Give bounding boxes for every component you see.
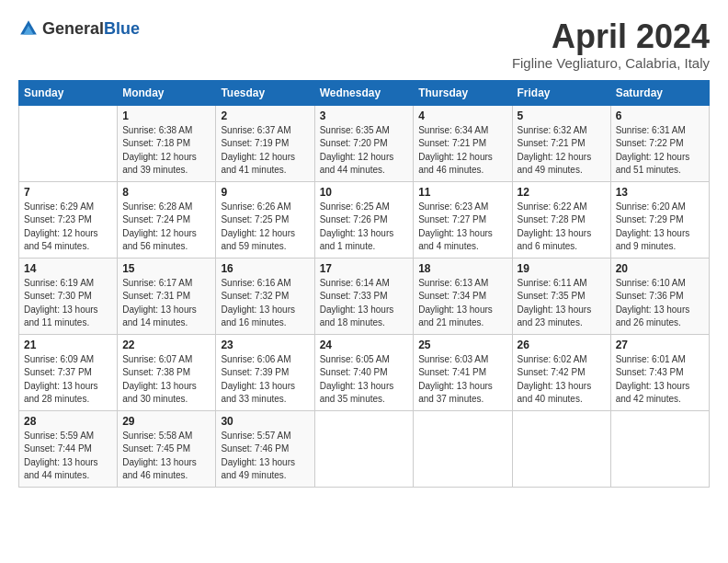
day-cell: 18Sunrise: 6:13 AMSunset: 7:34 PMDayligh… [414, 258, 512, 334]
day-cell: 14Sunrise: 6:19 AMSunset: 7:30 PMDayligh… [19, 258, 118, 334]
week-row-4: 21Sunrise: 6:09 AMSunset: 7:37 PMDayligh… [19, 334, 710, 410]
day-detail: Sunrise: 6:05 AMSunset: 7:40 PMDaylight:… [320, 353, 409, 407]
day-detail: Sunrise: 6:07 AMSunset: 7:38 PMDaylight:… [122, 353, 210, 407]
col-header-wednesday: Wednesday [314, 80, 414, 105]
day-number: 6 [616, 109, 704, 122]
day-cell [414, 410, 512, 487]
day-cell: 23Sunrise: 6:06 AMSunset: 7:39 PMDayligh… [216, 334, 314, 410]
day-detail: Sunrise: 5:58 AMSunset: 7:45 PMDaylight:… [122, 430, 210, 483]
col-header-friday: Friday [512, 80, 610, 105]
day-detail: Sunrise: 6:13 AMSunset: 7:34 PMDaylight:… [418, 277, 506, 330]
logo: GeneralBlue [18, 18, 140, 39]
col-header-thursday: Thursday [414, 80, 512, 105]
day-cell [610, 410, 709, 487]
day-number: 20 [616, 262, 704, 275]
day-detail: Sunrise: 6:31 AMSunset: 7:22 PMDaylight:… [616, 124, 704, 178]
day-number: 5 [518, 109, 606, 122]
week-row-3: 14Sunrise: 6:19 AMSunset: 7:30 PMDayligh… [19, 258, 710, 334]
day-number: 13 [616, 186, 704, 199]
header-row: SundayMondayTuesdayWednesdayThursdayFrid… [19, 80, 710, 105]
week-row-2: 7Sunrise: 6:29 AMSunset: 7:23 PMDaylight… [19, 181, 710, 258]
day-detail: Sunrise: 6:26 AMSunset: 7:25 PMDaylight:… [221, 201, 309, 254]
day-detail: Sunrise: 6:29 AMSunset: 7:23 PMDaylight:… [24, 201, 112, 254]
day-number: 11 [418, 186, 506, 199]
col-header-tuesday: Tuesday [216, 80, 314, 105]
day-number: 2 [221, 109, 309, 122]
day-detail: Sunrise: 6:38 AMSunset: 7:18 PMDaylight:… [122, 124, 210, 178]
logo-text-general: General [42, 19, 104, 38]
location-title: Figline Vegliaturo, Calabria, Italy [512, 55, 710, 71]
month-title: April 2024 [512, 18, 710, 55]
day-cell: 26Sunrise: 6:02 AMSunset: 7:42 PMDayligh… [512, 334, 610, 410]
header: GeneralBlue April 2024 Figline Vegliatur… [18, 18, 710, 71]
day-cell: 21Sunrise: 6:09 AMSunset: 7:37 PMDayligh… [19, 334, 118, 410]
day-number: 15 [122, 262, 210, 275]
day-cell: 19Sunrise: 6:11 AMSunset: 7:35 PMDayligh… [512, 258, 610, 334]
day-detail: Sunrise: 6:11 AMSunset: 7:35 PMDaylight:… [518, 277, 606, 330]
day-cell: 12Sunrise: 6:22 AMSunset: 7:28 PMDayligh… [512, 181, 610, 258]
logo-text-blue: Blue [104, 19, 140, 38]
day-cell: 24Sunrise: 6:05 AMSunset: 7:40 PMDayligh… [314, 334, 414, 410]
day-cell: 22Sunrise: 6:07 AMSunset: 7:38 PMDayligh… [118, 334, 216, 410]
day-number: 9 [221, 186, 309, 199]
day-detail: Sunrise: 5:57 AMSunset: 7:46 PMDaylight:… [221, 430, 309, 483]
title-area: April 2024 Figline Vegliaturo, Calabria,… [512, 18, 710, 71]
col-header-monday: Monday [118, 80, 216, 105]
day-number: 21 [24, 339, 112, 351]
day-detail: Sunrise: 6:25 AMSunset: 7:26 PMDaylight:… [320, 201, 409, 254]
day-detail: Sunrise: 6:06 AMSunset: 7:39 PMDaylight:… [221, 353, 309, 407]
day-number: 7 [24, 186, 112, 199]
day-cell [512, 410, 610, 487]
day-cell: 11Sunrise: 6:23 AMSunset: 7:27 PMDayligh… [414, 181, 512, 258]
day-number: 16 [221, 262, 309, 275]
week-row-5: 28Sunrise: 5:59 AMSunset: 7:44 PMDayligh… [19, 410, 710, 487]
day-cell: 4Sunrise: 6:34 AMSunset: 7:21 PMDaylight… [414, 105, 512, 181]
day-cell: 7Sunrise: 6:29 AMSunset: 7:23 PMDaylight… [19, 181, 118, 258]
day-number: 19 [518, 262, 606, 275]
day-detail: Sunrise: 6:19 AMSunset: 7:30 PMDaylight:… [24, 277, 112, 330]
day-number: 17 [320, 262, 409, 275]
calendar-table: SundayMondayTuesdayWednesdayThursdayFrid… [18, 80, 710, 488]
day-number: 12 [518, 186, 606, 199]
day-number: 25 [418, 339, 506, 351]
day-cell: 9Sunrise: 6:26 AMSunset: 7:25 PMDaylight… [216, 181, 314, 258]
col-header-saturday: Saturday [610, 80, 709, 105]
calendar-header: SundayMondayTuesdayWednesdayThursdayFrid… [19, 80, 710, 105]
day-detail: Sunrise: 6:03 AMSunset: 7:41 PMDaylight:… [418, 353, 506, 407]
day-detail: Sunrise: 6:02 AMSunset: 7:42 PMDaylight:… [518, 353, 606, 407]
day-number: 26 [518, 339, 606, 351]
logo-icon [18, 18, 39, 39]
day-detail: Sunrise: 6:17 AMSunset: 7:31 PMDaylight:… [122, 277, 210, 330]
day-detail: Sunrise: 6:20 AMSunset: 7:29 PMDaylight:… [616, 201, 704, 254]
day-number: 8 [122, 186, 210, 199]
day-cell: 3Sunrise: 6:35 AMSunset: 7:20 PMDaylight… [314, 105, 414, 181]
day-cell: 17Sunrise: 6:14 AMSunset: 7:33 PMDayligh… [314, 258, 414, 334]
day-detail: Sunrise: 6:32 AMSunset: 7:21 PMDaylight:… [518, 124, 606, 178]
day-detail: Sunrise: 6:01 AMSunset: 7:43 PMDaylight:… [616, 353, 704, 407]
day-detail: Sunrise: 6:37 AMSunset: 7:19 PMDaylight:… [221, 124, 309, 178]
col-header-sunday: Sunday [19, 80, 118, 105]
day-cell: 8Sunrise: 6:28 AMSunset: 7:24 PMDaylight… [118, 181, 216, 258]
day-cell: 15Sunrise: 6:17 AMSunset: 7:31 PMDayligh… [118, 258, 216, 334]
day-detail: Sunrise: 6:28 AMSunset: 7:24 PMDaylight:… [122, 201, 210, 254]
week-row-1: 1Sunrise: 6:38 AMSunset: 7:18 PMDaylight… [19, 105, 710, 181]
day-number: 4 [418, 109, 506, 122]
day-detail: Sunrise: 5:59 AMSunset: 7:44 PMDaylight:… [24, 430, 112, 483]
day-cell: 2Sunrise: 6:37 AMSunset: 7:19 PMDaylight… [216, 105, 314, 181]
day-number: 18 [418, 262, 506, 275]
day-cell: 5Sunrise: 6:32 AMSunset: 7:21 PMDaylight… [512, 105, 610, 181]
day-number: 30 [221, 415, 309, 428]
day-detail: Sunrise: 6:16 AMSunset: 7:32 PMDaylight:… [221, 277, 309, 330]
day-detail: Sunrise: 6:10 AMSunset: 7:36 PMDaylight:… [616, 277, 704, 330]
day-detail: Sunrise: 6:22 AMSunset: 7:28 PMDaylight:… [518, 201, 606, 254]
day-detail: Sunrise: 6:09 AMSunset: 7:37 PMDaylight:… [24, 353, 112, 407]
day-cell: 16Sunrise: 6:16 AMSunset: 7:32 PMDayligh… [216, 258, 314, 334]
day-cell: 13Sunrise: 6:20 AMSunset: 7:29 PMDayligh… [610, 181, 709, 258]
day-cell: 30Sunrise: 5:57 AMSunset: 7:46 PMDayligh… [216, 410, 314, 487]
calendar-body: 1Sunrise: 6:38 AMSunset: 7:18 PMDaylight… [19, 105, 710, 487]
day-cell: 10Sunrise: 6:25 AMSunset: 7:26 PMDayligh… [314, 181, 414, 258]
day-cell: 6Sunrise: 6:31 AMSunset: 7:22 PMDaylight… [610, 105, 709, 181]
day-number: 3 [320, 109, 409, 122]
day-number: 14 [24, 262, 112, 275]
day-cell: 25Sunrise: 6:03 AMSunset: 7:41 PMDayligh… [414, 334, 512, 410]
